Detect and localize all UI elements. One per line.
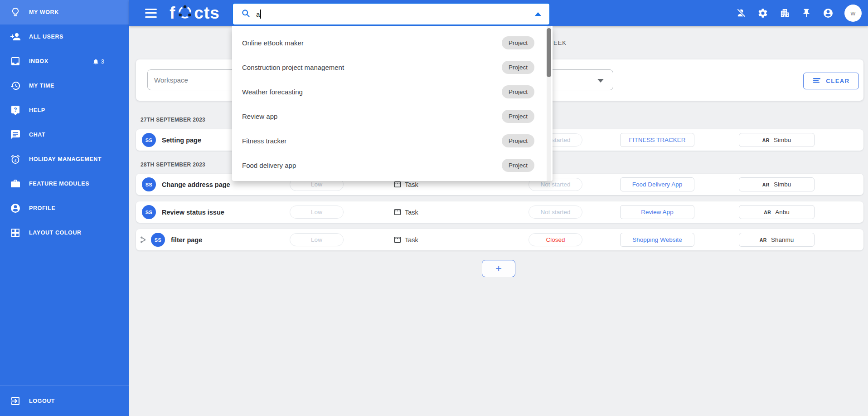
- settings-gear-icon[interactable]: [757, 8, 768, 19]
- project-link[interactable]: FITNESS TRACKER: [620, 133, 694, 147]
- sidebar-item-label: MY TIME: [29, 83, 54, 89]
- company-building-icon[interactable]: [779, 8, 790, 19]
- help-bubble-icon: ?: [10, 105, 21, 116]
- assignee-initials: AR: [760, 237, 767, 243]
- sidebar-item-holiday-management[interactable]: z HOLIDAY MANAGEMENT: [0, 147, 129, 171]
- bell-icon: [92, 58, 99, 65]
- search-result-item[interactable]: Weather forecasting Project: [232, 79, 553, 104]
- task-type-icon: [394, 209, 401, 215]
- task-type-label: Task: [405, 209, 418, 216]
- search-result-item[interactable]: Fitness tracker Project: [232, 128, 553, 153]
- dropdown-scrollbar[interactable]: [547, 26, 551, 181]
- assignee-initials: AR: [764, 210, 771, 215]
- task-type-cell: Task: [394, 201, 418, 223]
- project-link[interactable]: Shopping Website: [620, 233, 694, 247]
- result-name: Weather forecasting: [242, 88, 303, 96]
- date-group-header: 28TH SEPTEMBER 2023: [141, 162, 205, 168]
- status-badge: Closed: [529, 233, 582, 246]
- result-type-badge: Project: [502, 159, 534, 172]
- sidebar-item-help[interactable]: ? HELP: [0, 98, 129, 122]
- sidebar-item-label: HELP: [29, 107, 45, 113]
- project-link[interactable]: Review App: [620, 205, 694, 219]
- sidebar-item-chat[interactable]: CHAT: [0, 122, 129, 147]
- task-type-cell: Task: [394, 229, 418, 250]
- task-row[interactable]: SS filter page Low Task Closed Shopping …: [136, 229, 863, 250]
- result-type-badge: Project: [502, 36, 534, 49]
- sidebar-item-feature-modules[interactable]: FEATURE MODULES: [0, 171, 129, 196]
- search-result-item[interactable]: Online eBook maker Project: [232, 30, 553, 55]
- scrollbar-thumb[interactable]: [547, 28, 551, 77]
- result-type-badge: Project: [502, 85, 534, 98]
- search-results-dropdown: Online eBook maker Project Construction …: [232, 26, 553, 181]
- assignee-chip[interactable]: AR Simbu: [739, 177, 815, 191]
- assignee-name: Shanmu: [771, 236, 794, 243]
- pushpin-icon[interactable]: [801, 8, 812, 19]
- text-caret: [260, 10, 261, 19]
- date-group-header: 27TH SEPTEMBER 2023: [141, 117, 205, 123]
- clear-filters-button[interactable]: CLEAR: [803, 73, 859, 89]
- sidebar-item-my-time[interactable]: MY TIME: [0, 73, 129, 98]
- search-icon: [241, 9, 251, 20]
- search-result-item[interactable]: Review app Project: [232, 104, 553, 128]
- search-result-item[interactable]: Construction project management Project: [232, 55, 553, 79]
- result-type-badge: Project: [502, 110, 534, 123]
- project-link[interactable]: Food Delivery App: [620, 177, 694, 191]
- sidebar-item-layout-colour[interactable]: LAYOUT COLOUR: [0, 220, 129, 245]
- sidebar-item-label: FEATURE MODULES: [29, 181, 89, 187]
- inbox-badge-count: 3: [101, 58, 104, 65]
- avatar: SS: [151, 233, 165, 247]
- collapse-arrow-icon[interactable]: [535, 12, 541, 16]
- priority-badge: Low: [290, 206, 344, 219]
- search-result-item[interactable]: Food delivery app Project: [232, 153, 553, 177]
- sidebar-item-inbox[interactable]: INBOX 3: [0, 49, 129, 73]
- grid-icon: [10, 227, 21, 238]
- assignee-name: Anbu: [775, 209, 790, 215]
- result-name: Online eBook maker: [242, 39, 304, 47]
- task-name: filter page: [171, 229, 202, 250]
- sidebar-item-label: PROFILE: [29, 205, 55, 211]
- account-circle-icon: [10, 203, 21, 214]
- clear-button-label: CLEAR: [826, 78, 849, 84]
- avatar: SS: [142, 205, 156, 219]
- app-logo[interactable]: f cts: [170, 1, 220, 24]
- global-search-input[interactable]: a: [232, 3, 550, 25]
- person-off-icon[interactable]: [736, 8, 747, 19]
- task-type-label: Task: [405, 236, 418, 244]
- result-type-badge: Project: [502, 134, 534, 147]
- sidebar-item-logout[interactable]: LOGOUT: [0, 386, 129, 416]
- sidebar-item-my-work[interactable]: MY WORK: [0, 0, 129, 24]
- workspace-placeholder: Workspace: [154, 76, 188, 84]
- svg-text:?: ?: [14, 107, 17, 113]
- status-badge: Not started: [529, 206, 582, 219]
- sidebar-item-profile[interactable]: PROFILE: [0, 196, 129, 220]
- assignee-initials: AR: [762, 182, 770, 187]
- search-query-text: a: [256, 10, 261, 19]
- logout-icon: [10, 396, 21, 406]
- assignee-chip[interactable]: AR Simbu: [739, 133, 815, 147]
- assignee-initials: AR: [762, 137, 770, 143]
- add-task-button[interactable]: +: [482, 260, 515, 277]
- task-row[interactable]: SS Review status issue Low Task Not star…: [136, 201, 863, 223]
- assignee-chip[interactable]: AR Shanmu: [739, 233, 815, 247]
- avatar: SS: [142, 177, 156, 191]
- briefcase-icon: [10, 178, 21, 189]
- result-name: Construction project management: [242, 64, 344, 71]
- chat-icon: [10, 129, 21, 140]
- alarm-snooze-icon: z: [10, 154, 21, 165]
- user-avatar[interactable]: w: [844, 5, 862, 22]
- lightbulb-icon: [10, 7, 21, 18]
- person-add-icon: [10, 31, 21, 42]
- account-circle-icon[interactable]: [823, 8, 834, 19]
- logo-emblem-icon: [177, 3, 193, 24]
- sidebar-item-all-users[interactable]: ALL USERS: [0, 24, 129, 49]
- task-name: Change address page: [162, 174, 230, 195]
- result-name: Fitness tracker: [242, 137, 286, 145]
- subtask-share-icon[interactable]: [140, 236, 147, 245]
- filter-lines-icon: [812, 77, 821, 85]
- assignee-chip[interactable]: AR Anbu: [739, 205, 815, 219]
- sidebar-spacer: [0, 245, 129, 386]
- hamburger-menu-icon[interactable]: [145, 9, 157, 18]
- result-name: Review app: [242, 113, 277, 120]
- sidebar-item-label: INBOX: [29, 58, 48, 64]
- sidebar-item-label: ALL USERS: [29, 34, 63, 40]
